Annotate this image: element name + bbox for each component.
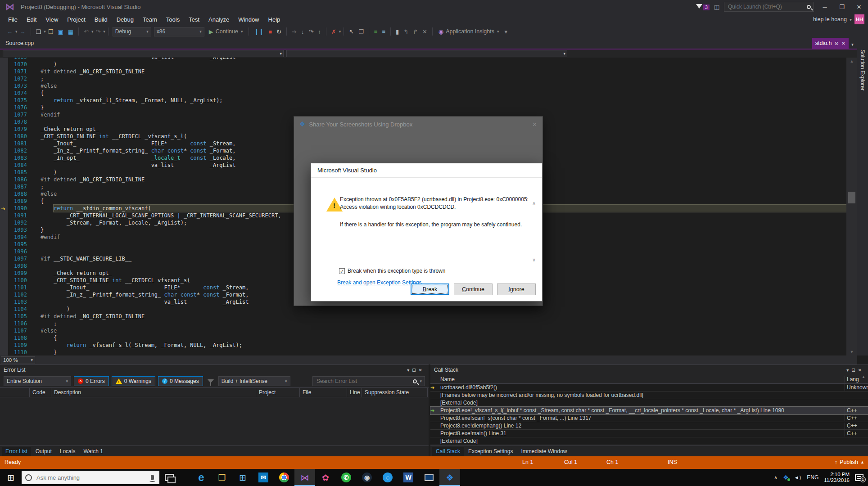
open-file-icon[interactable]: ❒ [46,28,55,36]
open-exception-settings-link[interactable]: Break and open Exception Settings [337,279,421,286]
menu-help[interactable]: Help [264,14,285,25]
whatsapp-icon[interactable]: ✆ [336,469,357,486]
quick-launch-input[interactable] [727,3,807,10]
active-files-dropdown-icon[interactable]: ▾ [849,42,856,49]
application-insights-button[interactable]: ◉Application Insights▾ [436,28,502,35]
errors-filter-button[interactable]: ✕ 0 Errors [74,376,109,386]
filter-icon[interactable] [208,379,214,383]
notification-hub-icon[interactable]: 3 [696,4,710,10]
save-all-icon[interactable]: ▦ [66,28,75,36]
column-header-project[interactable]: Project [256,388,300,397]
undo-icon[interactable]: ↶ [82,28,90,36]
column-header-code[interactable]: Code [30,388,51,397]
photos-app-icon[interactable]: ✿ [315,469,336,486]
warnings-filter-button[interactable]: ! 0 Warnings [112,376,155,386]
store-icon[interactable]: ⊞ [232,469,253,486]
clock[interactable]: 2:10 PM 11/23/2016 [824,472,850,483]
panel-menu-icon[interactable]: ▾ [846,368,851,373]
code-line[interactable]: va_list _ArgList [34,58,846,61]
call-stack-scrollbar[interactable]: ▲ ▼ [859,374,868,437]
start-button[interactable]: ⊞ [0,469,22,486]
title-bar[interactable]: ⋈ Project8 (Debugging) - Microsoft Visua… [0,0,868,14]
menu-build[interactable]: Build [90,14,112,25]
action-center-icon[interactable]: 1 [855,474,863,481]
break-on-exception-checkbox[interactable]: ✓ Break when this exception type is thro… [339,268,445,274]
exception-dialog[interactable]: Microsoft Visual Studio ! Exception thro… [311,163,542,302]
tab-locals[interactable]: Locals [56,447,79,456]
close-button[interactable]: ✕ [853,4,865,10]
next-bookmark-icon[interactable]: ↱ [411,28,420,36]
monitor-app-icon[interactable] [419,469,439,486]
call-stack-frame[interactable]: ➔ucrtbased.dll!0f5ab5f2()Unknown [430,384,868,392]
comment-lines-icon[interactable]: ≡ [380,28,387,36]
error-list-grid[interactable] [0,397,429,445]
members-dropdown[interactable]: ▾ [286,50,567,57]
microphone-icon[interactable] [151,475,154,480]
break-all-icon[interactable]: ❙❙ [252,28,266,36]
dropbox-icon[interactable]: ❖ [439,469,460,486]
menu-test[interactable]: Test [184,14,204,25]
tab-exception-settings[interactable]: Exception Settings [465,447,516,456]
code-line[interactable]: { [34,90,846,97]
blue-circle-app-icon[interactable]: ◌ [377,469,398,486]
language-indicator[interactable]: ENG [807,474,818,481]
navigate-backward-icon[interactable]: ← [5,28,14,36]
column-header-icon[interactable] [0,388,30,397]
code-line[interactable]: ) [34,306,846,313]
scroll-up-icon[interactable]: ▲ [862,375,865,379]
zoom-dropdown[interactable]: 100 % ▾ [1,356,35,364]
code-line[interactable]: return _vfscanf_s_l(_Stream, _Format, NU… [34,342,846,349]
error-list-search-box[interactable]: ▾ [312,376,425,386]
quick-launch-box[interactable] [724,2,814,12]
tab-error-list[interactable]: Error List [2,447,31,456]
minimize-button[interactable]: ─ [818,4,831,10]
continue-button[interactable]: Continue [454,284,493,295]
ignore-button[interactable]: Ignore [497,284,536,295]
scroll-down-icon[interactable]: ∨ [532,257,536,263]
restore-button[interactable]: ❐ [836,4,848,10]
scrollbar-thumb[interactable] [848,192,855,203]
call-stack-frame[interactable]: ➔Project8.exe!_vfscanf_s_l(_iobuf * cons… [430,407,868,414]
close-dialog-icon[interactable]: ✕ [532,121,537,128]
call-stack-frame[interactable]: [Frames below may be incorrect and/or mi… [430,392,868,399]
close-panel-icon[interactable]: ✕ [419,368,425,373]
menu-team[interactable]: Team [138,14,162,25]
menu-file[interactable]: File [4,14,22,25]
solution-explorer-tab[interactable]: Solution Explorer [859,50,866,90]
step-over-icon[interactable]: ↷ [307,28,315,36]
bookmark-icon[interactable]: ▮ [394,28,401,36]
previous-bookmark-icon[interactable]: ↰ [402,28,410,36]
publish-button[interactable]: ↑ Publish ▲ [835,459,864,465]
file-explorer-icon[interactable]: ❒ [212,469,232,486]
feedback-icon[interactable]: ◫ [714,4,719,10]
steam-icon[interactable]: ◉ [357,469,377,486]
volume-icon[interactable]: ◄) [794,475,802,480]
cortana-search-box[interactable] [22,471,159,484]
format-lines-icon[interactable]: ≡ [372,28,380,36]
hidden-icons-chevron[interactable]: ∧ [774,475,778,481]
new-file-icon[interactable]: ❏ [34,28,43,36]
call-stack-frame[interactable]: Project8.exe!scanf_s(const char * const … [430,414,868,422]
step-into-icon[interactable]: ↓ [299,28,306,36]
panel-menu-icon[interactable]: ▾ [407,368,412,373]
toolbar-overflow-icon[interactable]: ▾ [502,28,509,36]
clear-bookmarks-icon[interactable]: ✕ [420,28,429,36]
breakpoint-margin[interactable]: ➔ [0,58,8,356]
code-line[interactable]: #else [34,82,846,90]
avatar[interactable]: HH [854,14,864,24]
break-button[interactable]: Break [411,284,449,295]
column-header-file[interactable]: File [300,388,347,397]
debug-feature-disabled-icon[interactable]: ✗ [330,28,338,36]
show-next-statement-icon[interactable]: ➔ [290,28,298,36]
column-header-description[interactable]: Description [51,388,256,397]
code-line[interactable]: #else [34,327,846,334]
column-header-suppression-state[interactable]: Suppression State [362,388,428,397]
name-column-header[interactable]: Name [439,376,845,382]
types-dropdown[interactable]: ▾ [3,50,284,57]
source-filter-dropdown[interactable]: Build + IntelliSense▾ [218,376,290,386]
solution-configurations-dropdown[interactable]: Debug▾ [113,27,151,36]
chrome-icon[interactable] [274,469,294,486]
stop-debugging-icon[interactable]: ■ [267,28,274,36]
step-out-icon[interactable]: ↑ [316,28,323,36]
code-line[interactable]: ) [34,61,846,68]
